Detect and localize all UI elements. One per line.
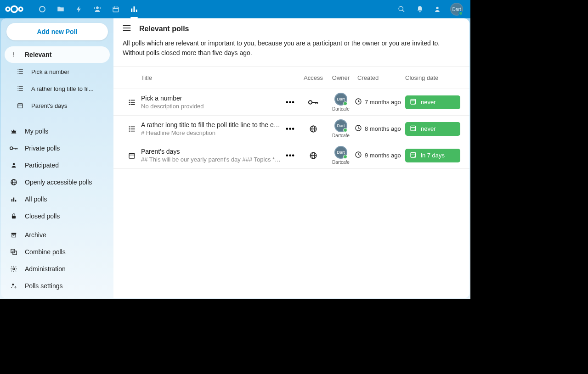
- more-actions80-icon[interactable]: •••: [281, 151, 300, 160]
- sidebar-item-label: Parent's days: [31, 102, 67, 109]
- globe-icon: [10, 179, 17, 186]
- sidebar-item-private-polls[interactable]: Private polls: [5, 140, 110, 156]
- list-icon: [17, 68, 24, 75]
- sidebar-item-polls-settings[interactable]: Polls settings: [5, 278, 110, 294]
- sidebar-poll-parents-days[interactable]: Parent's days: [5, 97, 110, 114]
- sidebar-item-label: Relevant: [25, 51, 51, 58]
- svg-point-32: [13, 163, 15, 165]
- add-new-poll-button[interactable]: Add new Poll: [6, 23, 108, 40]
- svg-rect-54: [130, 102, 135, 103]
- sidebar-item-label: Polls settings: [25, 282, 62, 290]
- svg-rect-23: [19, 88, 23, 89]
- more-actions80-icon[interactable]: •••: [281, 98, 300, 106]
- svg-point-0: [11, 6, 17, 12]
- sidebar-item-all-polls[interactable]: All polls: [5, 191, 110, 207]
- closing-text: never: [421, 125, 436, 132]
- sidebar-item-label: Archive: [25, 231, 46, 239]
- sidebar-item-archive[interactable]: Archive: [5, 227, 110, 243]
- closing-badge: in 7 days: [405, 149, 460, 162]
- calendar-icon[interactable]: [107, 0, 125, 18]
- owner-cell[interactable]: DartDartcafe: [327, 93, 355, 112]
- sidebar-item-label: A rather long title to fil...: [31, 85, 94, 92]
- svg-rect-8: [131, 9, 132, 12]
- owner-cell[interactable]: DartDartcafe: [327, 146, 355, 165]
- files-icon[interactable]: [51, 0, 70, 18]
- contacts-menu-icon[interactable]: [429, 0, 447, 18]
- page-title: Relevant polls: [139, 25, 189, 33]
- important-icon: [10, 51, 17, 58]
- created-text: 9 months ago: [365, 152, 401, 159]
- poll-row[interactable]: Pick a numberNo description provided•••D…: [113, 89, 469, 116]
- status-online-icon: [343, 155, 347, 159]
- svg-point-47: [15, 287, 16, 288]
- key-icon: [10, 145, 17, 151]
- col-created[interactable]: Created: [355, 74, 405, 81]
- top-bar: Dart: [0, 0, 470, 18]
- svg-point-57: [309, 100, 312, 104]
- svg-point-45: [13, 268, 15, 270]
- sidebar-item-label: Pick a number: [31, 68, 69, 75]
- owner-name: Dartcafe: [332, 133, 350, 138]
- owner-name: Dartcafe: [332, 160, 350, 165]
- user-avatar[interactable]: Dart: [447, 0, 466, 18]
- owner-cell[interactable]: DartDartcafe: [327, 119, 355, 138]
- svg-point-3: [40, 6, 45, 12]
- svg-point-14: [17, 69, 18, 70]
- svg-point-20: [17, 86, 18, 87]
- dashboard-icon[interactable]: [33, 0, 51, 18]
- poll-description: # Headline More description: [141, 129, 281, 136]
- sidebar-item-administration[interactable]: Administration: [5, 261, 110, 277]
- nextcloud-logo[interactable]: [5, 5, 24, 14]
- owner-name: Dartcafe: [332, 106, 350, 112]
- col-closing[interactable]: Closing date: [405, 74, 460, 81]
- created-text: 7 months ago: [365, 99, 401, 106]
- svg-rect-15: [19, 69, 23, 70]
- notifications-icon[interactable]: [411, 0, 429, 18]
- svg-rect-67: [130, 128, 135, 129]
- svg-rect-40: [11, 233, 17, 234]
- svg-point-28: [10, 147, 13, 150]
- sidebar-item-combine[interactable]: Combine polls: [5, 244, 110, 260]
- svg-point-68: [129, 130, 130, 131]
- activity-icon[interactable]: [70, 0, 88, 18]
- search-icon[interactable]: [392, 0, 411, 18]
- col-access[interactable]: Access: [300, 74, 327, 81]
- main-content: Relevant polls All polls which are relev…: [113, 18, 469, 298]
- svg-point-55: [129, 104, 130, 105]
- calendar-arrow-icon: [410, 151, 417, 160]
- col-title[interactable]: Title: [141, 74, 281, 81]
- svg-rect-19: [19, 73, 23, 74]
- more-actions80-icon[interactable]: •••: [281, 125, 300, 133]
- menu-toggle-icon[interactable]: [123, 25, 131, 33]
- sidebar-item-label: All polls: [25, 195, 47, 203]
- created-text: 8 months ago: [365, 125, 401, 132]
- poll-row[interactable]: Parent's days## This will be our yearly …: [113, 142, 469, 169]
- sidebar-item-my-polls[interactable]: My polls: [5, 123, 110, 140]
- poll-row[interactable]: A rather long title to fill the poll tit…: [113, 116, 469, 142]
- person-gear-icon: [10, 283, 17, 289]
- poll-description: No description provided: [141, 103, 281, 110]
- clock-icon: [355, 124, 362, 133]
- svg-rect-26: [18, 104, 23, 108]
- poll-title: Pick a number: [141, 95, 281, 102]
- col-owner[interactable]: Owner: [327, 74, 355, 81]
- svg-rect-76: [129, 153, 135, 158]
- calendar-icon: [17, 102, 24, 109]
- page-description: All polls which are relevant or importan…: [123, 39, 460, 58]
- svg-point-66: [129, 128, 130, 129]
- created-cell: 8 months ago: [355, 124, 405, 133]
- sidebar-item-participated[interactable]: Participated: [5, 157, 110, 173]
- polls-icon[interactable]: [125, 0, 143, 18]
- svg-point-16: [17, 71, 18, 72]
- sidebar-item-relevant[interactable]: Relevant: [5, 46, 110, 63]
- closing-text: never: [421, 99, 436, 106]
- sidebar-poll-long-title[interactable]: A rather long title to fil...: [5, 80, 110, 97]
- svg-rect-39: [12, 216, 16, 218]
- sidebar-item-openly-accessible[interactable]: Openly accessible polls: [5, 174, 110, 190]
- svg-point-13: [436, 7, 438, 9]
- sidebar-poll-pick-a-number[interactable]: Pick a number: [5, 63, 110, 80]
- sidebar-item-closed-polls[interactable]: Closed polls: [5, 208, 110, 224]
- status-online-icon: [343, 128, 347, 132]
- svg-rect-9: [134, 6, 135, 12]
- contacts-icon[interactable]: [88, 0, 107, 18]
